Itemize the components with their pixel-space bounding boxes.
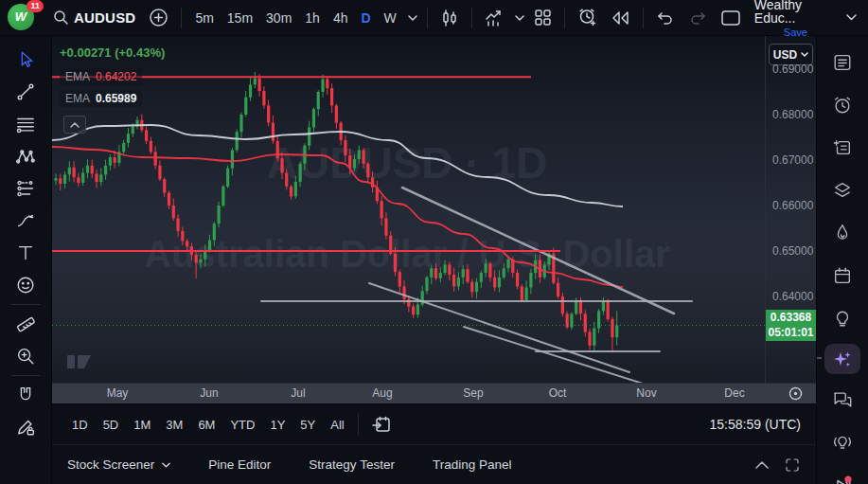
layout-grid-button[interactable] (528, 5, 558, 31)
layout-name-block[interactable]: Wealthy Educ... Save (754, 0, 837, 38)
timeframe-dropdown-button[interactable] (405, 5, 420, 31)
cursor-tool-button[interactable] (8, 44, 44, 76)
chart-style-button[interactable] (434, 5, 465, 31)
time-axis-label-aug: Aug (372, 386, 392, 400)
brush-tool-button[interactable] (8, 205, 44, 237)
chevron-down-icon (408, 15, 417, 21)
text-tool-button[interactable] (8, 237, 44, 269)
app-logo[interactable]: W 11 (8, 4, 36, 32)
create-alert-button[interactable] (572, 5, 603, 31)
range-button-5d[interactable]: 5D (97, 413, 126, 437)
timeframe-button-d[interactable]: D (354, 5, 377, 31)
price-axis-label: 0.66000 (772, 199, 813, 212)
live-streams-button[interactable] (824, 466, 861, 484)
emoji-tool-button[interactable] (8, 269, 44, 301)
hotlists-button[interactable] (824, 214, 861, 252)
ema-fast-legend[interactable]: EMA 0.64202 (60, 68, 142, 85)
chat-button[interactable] (824, 381, 861, 419)
brush-icon (15, 210, 36, 231)
indicators-icon (485, 9, 505, 27)
pattern-tool-button[interactable] (8, 140, 44, 172)
magnet-mode-button[interactable] (8, 379, 44, 411)
magnifier-plus-icon (15, 346, 36, 367)
range-button-1m[interactable]: 1M (127, 413, 157, 437)
statusbar-item-trading-panel[interactable]: Trading Panel (433, 457, 512, 472)
toolbar-divider (11, 375, 40, 376)
chart-canvas[interactable]: AUDUSD · 1D Australian Dollar / U.S. Dol… (52, 36, 765, 383)
statusbar-item-stock-screener[interactable]: Stock Screener (67, 457, 170, 472)
price-axis[interactable]: USD 0.690000.680000.670000.660000.650000… (765, 36, 816, 383)
ema-fast-value: 0.64202 (96, 70, 136, 83)
pencil-lock-icon (15, 417, 36, 438)
streams-button[interactable] (824, 423, 861, 461)
journal-notes-button[interactable] (824, 129, 861, 167)
play-live-icon (831, 474, 854, 484)
layout-save-group: Wealthy Educ... Save (715, 0, 859, 38)
trend-line-icon (15, 81, 36, 102)
measure-tool-button[interactable] (8, 308, 44, 340)
calendar-icon (832, 265, 853, 286)
price-axis-label: 0.68000 (772, 108, 813, 121)
watchlist-icon (832, 52, 853, 73)
drawing-lock-button[interactable] (8, 411, 44, 443)
layers-icon (832, 180, 853, 201)
range-buttons: 1D5D1M3M6MYTD1Y5YAll (65, 413, 351, 437)
ema-slow-value: 0.65989 (96, 92, 136, 105)
time-axis-label-dec: Dec (724, 386, 744, 400)
range-button-ytd[interactable]: YTD (223, 413, 261, 437)
fib-retracement-tool-button[interactable] (8, 108, 44, 140)
statusbar-item-pine-editor[interactable]: Pine Editor (208, 457, 271, 472)
toolbar-divider (427, 8, 428, 28)
time-axis-label-oct: Oct (549, 386, 567, 400)
range-button-1d[interactable]: 1D (65, 413, 95, 437)
economic-calendar-button[interactable] (824, 257, 861, 295)
prediction-tool-button[interactable] (8, 172, 44, 205)
price-change-text: +0.00271 (+0.43%) (60, 45, 165, 60)
ai-assistant-button[interactable] (824, 344, 860, 374)
magnet-icon (15, 385, 36, 405)
timeframe-button-15m[interactable]: 15m (221, 5, 259, 31)
undo-button[interactable] (650, 5, 681, 31)
candlestick-chart[interactable] (52, 36, 765, 383)
timeframe-button-1h[interactable]: 1h (298, 5, 327, 31)
alerts-button[interactable] (824, 86, 861, 124)
legend-collapse-button[interactable] (63, 116, 86, 134)
redo-button[interactable] (682, 5, 713, 31)
collapse-panel-chevron-icon[interactable] (755, 461, 769, 469)
range-button-6m[interactable]: 6M (191, 413, 221, 437)
range-button-all[interactable]: All (324, 413, 350, 437)
timeframe-button-4h[interactable]: 4h (327, 5, 355, 31)
watchlist-button[interactable] (824, 44, 861, 81)
fib-lines-icon (15, 114, 36, 134)
symbol-search-button[interactable]: AUDUSD (47, 5, 141, 31)
range-button-1y[interactable]: 1Y (263, 413, 292, 437)
maximize-panel-icon[interactable] (784, 457, 801, 474)
timeframe-button-w[interactable]: W (378, 5, 403, 31)
object-tree-button[interactable] (824, 171, 861, 209)
axis-settings-gear-icon[interactable] (788, 385, 804, 402)
redo-icon (688, 10, 707, 26)
range-button-5y[interactable]: 5Y (293, 413, 322, 437)
indicator-templates-chevron[interactable] (513, 5, 526, 31)
range-button-3m[interactable]: 3M (159, 413, 189, 437)
toolbar-divider (11, 304, 40, 305)
time-axis[interactable]: MayJunJulAugSepOctNovDec (52, 383, 816, 403)
zoom-in-tool-button[interactable] (8, 340, 44, 372)
undo-icon (656, 10, 675, 26)
ideas-button[interactable] (824, 299, 861, 337)
timeframe-button-30m[interactable]: 30m (259, 5, 298, 31)
layout-menu-chevron[interactable] (844, 5, 859, 31)
save-layout-box-button[interactable] (715, 5, 747, 31)
bar-replay-button[interactable] (605, 5, 636, 31)
timeframe-button-5m[interactable]: 5m (188, 5, 220, 31)
compare-add-symbol-button[interactable] (143, 5, 174, 31)
indicators-button[interactable] (479, 5, 511, 31)
trend-line-tool-button[interactable] (8, 76, 44, 108)
go-to-date-button[interactable] (365, 411, 397, 438)
statusbar-item-strategy-tester[interactable]: Strategy Tester (309, 457, 395, 472)
price-axis-label: 0.67000 (772, 153, 813, 167)
statusbar-item-label: Trading Panel (433, 457, 512, 472)
ema-slow-legend[interactable]: EMA 0.65989 (60, 90, 142, 107)
time-axis-label-may: May (107, 386, 129, 400)
session-clock[interactable]: 15:58:59 (UTC) (710, 417, 803, 432)
